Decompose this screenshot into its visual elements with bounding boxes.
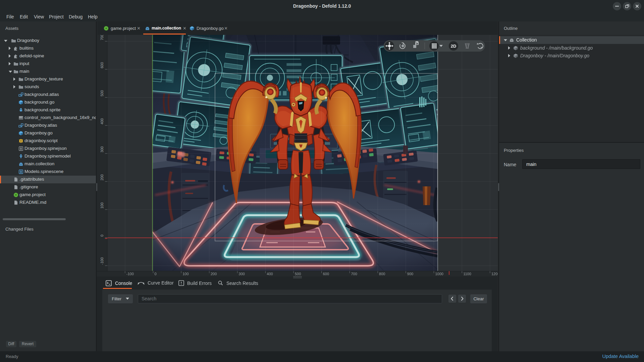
svg-text:400: 400	[267, 272, 273, 276]
svg-text:800: 800	[379, 272, 385, 276]
svg-text:100: 100	[100, 202, 104, 208]
svg-text:500: 500	[295, 272, 301, 276]
svg-text:-100: -100	[126, 272, 134, 276]
svg-text:900: 900	[407, 272, 413, 276]
svg-text:600: 600	[100, 62, 104, 68]
svg-text:0: 0	[100, 235, 104, 237]
svg-text:100: 100	[182, 272, 189, 276]
svg-text:200: 200	[100, 174, 104, 180]
svg-text:1200: 1200	[491, 272, 498, 276]
svg-text:400: 400	[100, 118, 104, 124]
svg-text:2D: 2D	[451, 44, 457, 49]
svg-text:-100: -100	[100, 257, 104, 265]
svg-text:500: 500	[100, 90, 104, 96]
svg-text:700: 700	[351, 272, 357, 276]
svg-text:300: 300	[239, 272, 245, 276]
svg-text:0: 0	[155, 272, 157, 276]
svg-text:1100: 1100	[463, 272, 471, 276]
svg-text:1000: 1000	[435, 272, 443, 276]
svg-text:300: 300	[100, 146, 104, 153]
svg-text:700: 700	[100, 35, 104, 40]
svg-text:200: 200	[211, 272, 217, 276]
svg-text:600: 600	[323, 272, 329, 276]
